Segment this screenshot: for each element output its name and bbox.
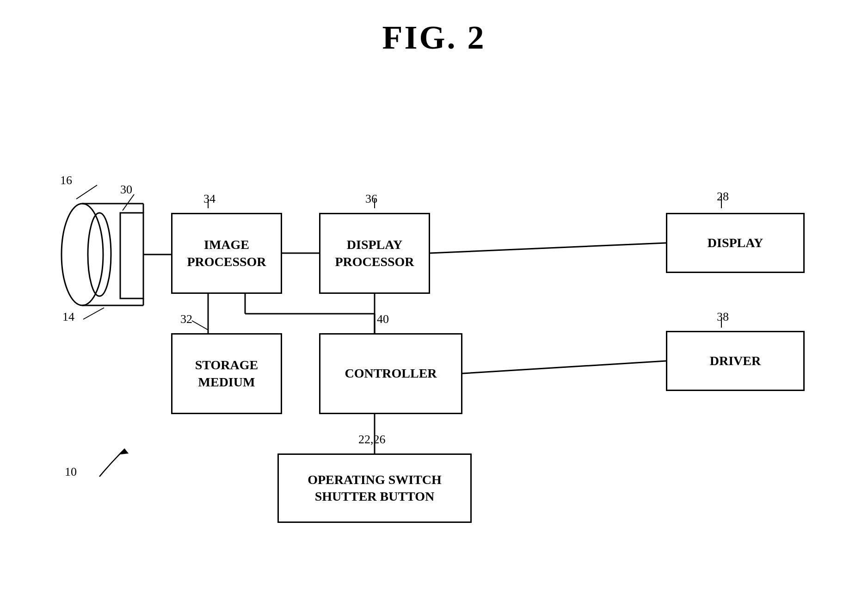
ref-36: 36 [365,192,377,206]
svg-marker-29 [120,449,129,454]
display-processor-box: DISPLAY PROCESSOR [319,213,430,294]
ref-28: 28 [717,190,729,204]
svg-line-14 [430,243,666,253]
svg-line-11 [123,194,134,211]
ref-22-26: 22,26 [358,433,386,447]
svg-point-0 [62,204,103,305]
ref-34: 34 [203,192,215,206]
svg-rect-4 [120,213,143,298]
ref-10: 10 [65,465,77,479]
ref-32: 32 [180,312,192,326]
svg-line-25 [192,321,208,330]
storage-medium-box: STORAGE MEDIUM [171,333,282,414]
display-box: DISPLAY [666,213,805,273]
ref-16: 16 [60,174,72,187]
ref-38: 38 [717,310,729,324]
ref-40: 40 [377,312,389,326]
image-processor-box: IMAGE PROCESSOR [171,213,282,294]
driver-box: DRIVER [666,331,805,391]
svg-line-12 [83,308,104,319]
controller-box: CONTROLLER [319,333,462,414]
operating-switch-box: OPERATING SWITCH SHUTTER BUTTON [277,453,472,523]
svg-line-10 [76,185,97,199]
diagram-area: IMAGE PROCESSOR 34 DISPLAY PROCESSOR 36 … [28,74,860,560]
svg-point-1 [88,213,111,296]
ref-30: 30 [120,183,132,197]
page-title: FIG. 2 [0,0,868,57]
ref-14: 14 [62,310,74,324]
svg-line-20 [462,361,666,373]
